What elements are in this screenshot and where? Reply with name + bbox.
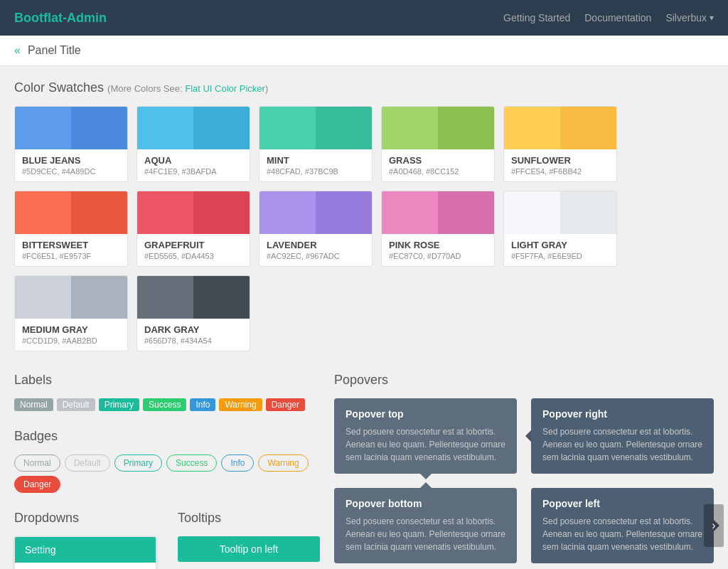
swatch-card-bittersweet: BITTERSWEET #FC6E51, #E9573F (14, 191, 128, 267)
popover-top-title: Popover top (346, 408, 505, 420)
swatch-hex: #656D78, #434A54 (144, 336, 242, 345)
swatch-name: GRASS (389, 155, 487, 166)
popover-bottom: Popover bottom Sed posuere consectetur e… (334, 488, 517, 563)
popover-bottom-title: Popover bottom (346, 498, 505, 509)
popovers-row-2: Popover bottom Sed posuere consectetur e… (334, 488, 714, 563)
badges-list: Normal Default Primary Success Info Warn… (14, 454, 313, 493)
swatch-color-1 (382, 107, 438, 149)
swatch-card-mint: MINT #48CFAD, #37BC9B (259, 106, 373, 182)
badges-title: Badges (14, 429, 313, 444)
popover-right: Popover right Sed posuere consectetur es… (531, 398, 714, 474)
swatch-colors (504, 107, 616, 149)
swatch-color-1 (15, 107, 71, 149)
dropdown-menu: Setting Action Another action Something … (14, 536, 156, 569)
label-success: Success (143, 398, 186, 411)
swatch-colors (15, 276, 127, 319)
swatch-name: LAVENDER (267, 240, 365, 250)
swatch-name: DARK GRAY (144, 324, 242, 335)
navbar: Bootflat-Admin Getting Started Documenta… (0, 0, 728, 36)
label-primary: Primary (99, 398, 139, 411)
swatch-name: BITTERSWEET (22, 240, 120, 250)
navbar-brand[interactable]: Bootflat-Admin (14, 11, 107, 26)
swatch-color-1 (504, 107, 560, 149)
swatch-color-1 (259, 191, 316, 234)
swatch-color-1 (504, 191, 560, 234)
swatch-hex: #FC6E51, #E9573F (22, 252, 120, 260)
popovers-title: Popovers (334, 373, 714, 388)
swatch-card-medium-gray: MEDIUM GRAY #CCD1D9, #AAB2BD (14, 275, 128, 351)
dropdowns-title: Dropdowns (14, 511, 156, 526)
swatch-colors (137, 191, 250, 234)
popovers-section: Popovers Popover top Sed posuere consect… (334, 373, 714, 569)
swatch-name: GRAPEFRUIT (144, 240, 242, 250)
popover-right-title: Popover right (542, 408, 702, 420)
popover-right-text: Sed posuere consectetur est at lobortis.… (542, 425, 702, 464)
main-content: Color Swatches (More Colors See: Flat UI… (0, 66, 728, 569)
swatch-name: MINT (267, 155, 365, 166)
tooltips-title: Tooltips (178, 511, 320, 526)
popover-top-text: Sed posuere consectetur est at lobortis.… (346, 425, 505, 464)
swatch-hex: #FFCE54, #F6BB42 (511, 167, 609, 176)
swatch-color-2 (560, 107, 616, 149)
flat-ui-color-picker-link[interactable]: Flat UI Color Picker (185, 83, 265, 94)
navbar-links: Getting Started Documentation Silverbux (503, 12, 714, 23)
swatch-hex: #48CFAD, #37BC9B (267, 167, 365, 176)
panel-toggle-icon[interactable]: « (14, 44, 21, 57)
swatch-color-2 (71, 276, 127, 319)
labels-list: Normal Default Primary Success Info Warn… (14, 398, 313, 411)
swatch-card-pink-rose: PINK ROSE #EC87C0, #D770AD (381, 191, 495, 267)
swatch-color-1 (137, 191, 193, 234)
swatch-card-grass: GRASS #A0D468, #8CC152 (381, 106, 495, 182)
badge-normal: Normal (14, 454, 60, 472)
popover-left: Popover left Sed posuere consectetur est… (531, 488, 714, 563)
swatch-colors (259, 107, 372, 149)
swatch-name: SUNFLOWER (511, 155, 609, 166)
swatch-hex: #A0D468, #8CC152 (389, 167, 487, 176)
badge-warning: Warning (258, 454, 308, 472)
swatch-hex: #AC92EC, #967ADC (267, 252, 365, 260)
swatch-card-sunflower: SUNFLOWER #FFCE54, #F6BB42 (503, 106, 617, 182)
swatch-colors (382, 191, 494, 234)
swatch-hex: #F5F7FA, #E6E9ED (511, 252, 609, 260)
dropdown-header[interactable]: Setting (15, 537, 156, 563)
swatch-color-2 (438, 191, 494, 234)
popover-top: Popover top Sed posuere consectetur est … (334, 398, 517, 474)
swatch-color-2 (193, 191, 250, 234)
popover-left-text: Sed posuere consectetur est at lobortis.… (542, 515, 702, 553)
swatch-card-dark-gray: DARK GRAY #656D78, #434A54 (136, 275, 250, 351)
popover-left-title: Popover left (542, 498, 702, 509)
swatch-name: AQUA (144, 155, 242, 166)
swatch-color-2 (438, 107, 494, 149)
badge-danger: Danger (14, 476, 60, 493)
swatch-name: MEDIUM GRAY (22, 324, 120, 335)
nav-documentation[interactable]: Documentation (584, 12, 651, 23)
swatch-name: BLUE JEANS (22, 155, 120, 166)
swatch-card-blue-jeans: BLUE JEANS #5D9CEC, #4A89DC (14, 106, 128, 182)
popover-bottom-text: Sed posuere consectetur est at lobortis.… (346, 515, 505, 553)
badge-success: Success (166, 454, 217, 472)
badge-primary: Primary (114, 454, 162, 472)
dropdowns-section: Dropdowns Setting Action Another action … (14, 511, 156, 569)
dropdowns-tooltips-row: Dropdowns Setting Action Another action … (14, 511, 313, 569)
swatch-color-2 (316, 191, 372, 234)
nav-getting-started[interactable]: Getting Started (503, 12, 570, 23)
panel-title: Panel Title (28, 44, 81, 57)
swatch-name: LIGHT GRAY (511, 240, 609, 250)
label-warning: Warning (219, 398, 262, 411)
labels-title: Labels (14, 373, 313, 388)
nav-silverbux-dropdown[interactable]: Silverbux (665, 12, 714, 23)
label-danger: Danger (266, 398, 305, 411)
swatch-color-2 (316, 107, 372, 149)
swatch-card-grapefruit: GRAPEFRUIT #ED5565, #DA4453 (136, 191, 250, 267)
color-swatches-title: Color Swatches (More Colors See: Flat UI… (14, 80, 714, 95)
tooltip-left-btn[interactable]: Tooltip on left (178, 536, 320, 562)
dropdown-item-action[interactable]: Action (15, 563, 156, 569)
swatch-hex: #ED5565, #DA4453 (144, 252, 242, 260)
swatch-color-1 (15, 276, 71, 319)
carousel-next-btn[interactable]: › (704, 504, 724, 547)
label-default: Default (57, 398, 95, 411)
swatch-color-1 (137, 107, 193, 149)
left-column: Labels Normal Default Primary Success In… (14, 373, 313, 569)
swatch-card-aqua: AQUA #4FC1E9, #3BAFDA (136, 106, 250, 182)
labels-section: Labels Normal Default Primary Success In… (14, 373, 313, 411)
